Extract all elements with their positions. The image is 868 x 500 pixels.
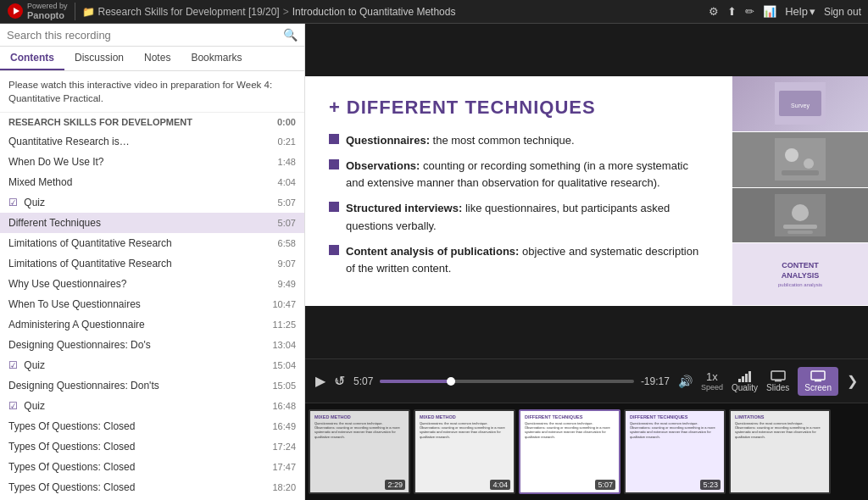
sidebar-item-discussion[interactable]: Discussion	[64, 47, 134, 70]
sidebar-item-bookmarks[interactable]: Bookmarks	[181, 47, 252, 70]
toc-item[interactable]: Mixed Method4:04	[0, 172, 304, 192]
bullet-1: Questionnaires: the most common techniqu…	[329, 132, 709, 149]
toc-item[interactable]: Different Techniques5:07	[0, 213, 304, 233]
toc-item[interactable]: ☑ Quiz15:04	[0, 355, 304, 375]
slide-title: + Different Techniques	[329, 97, 709, 119]
svg-rect-15	[811, 371, 825, 380]
slide-main: + Different Techniques Questionnaires: t…	[305, 76, 732, 306]
plus-icon: +	[329, 97, 340, 119]
intro-text: Please watch this interactive video in p…	[0, 71, 304, 113]
edit-icon[interactable]: ✏	[745, 5, 754, 18]
toc-item[interactable]: Administering A Questionnaire11:25	[0, 314, 304, 335]
toc-item[interactable]: Types Of Questions: Closed16:49	[0, 416, 304, 436]
slides-icon	[771, 370, 786, 382]
toc-item[interactable]: Limitations of Quantitative Research6:58	[0, 233, 304, 253]
slide-body: Questionnaires: the most common techniqu…	[329, 132, 709, 277]
img1-graphic: Survey	[775, 82, 826, 125]
toc-item[interactable]: Why Use Questionnaires?9:49	[0, 274, 304, 294]
sidebar-item-contents[interactable]: Contents	[0, 47, 64, 70]
powered-by-label: Powered by	[27, 3, 68, 11]
svg-rect-13	[771, 371, 785, 380]
toc-item[interactable]: Types Of Questions: Closed18:20	[0, 477, 304, 497]
thumbnail-strip: MIXED METHOD Questionnaires: the most co…	[305, 403, 868, 500]
toc-item[interactable]: When Do We Use It?1:48	[0, 152, 304, 172]
current-time-label: 5:07	[353, 375, 373, 387]
search-bar: 🔍	[0, 24, 304, 47]
share-icon[interactable]: ⬆	[727, 5, 737, 18]
bullet-square-1	[329, 134, 339, 144]
rewind-button[interactable]: ↺ 10	[334, 373, 345, 389]
slide-images: Survey	[732, 76, 868, 306]
thumbnail-item[interactable]: LIMITATIONS Questionnaires: the most com…	[729, 409, 831, 494]
bullet-4: Content analysis of publications: object…	[329, 243, 709, 277]
play-button[interactable]: ▶	[315, 373, 326, 389]
toc-item[interactable]: ☑ Quiz5:07	[0, 192, 304, 213]
thumbnail-item[interactable]: MIXED METHOD Questionnaires: the most co…	[414, 409, 515, 494]
bullet-square-3	[329, 202, 339, 212]
sign-out-link[interactable]: Sign out	[824, 6, 861, 18]
bullet-square-4	[329, 245, 339, 255]
sidebar-toc: Please watch this interactive video in p…	[0, 71, 304, 500]
search-input[interactable]	[7, 29, 283, 42]
screen-button[interactable]: Screen	[798, 367, 838, 396]
volume-icon[interactable]: 🔊	[678, 375, 693, 388]
progress-fill	[380, 380, 451, 383]
bullet-2: Observations: counting or recording some…	[329, 158, 709, 192]
breadcrumb-course[interactable]: Research Skills for Development [19/20]	[98, 6, 280, 18]
screen-icon	[810, 370, 826, 382]
svg-point-7	[804, 158, 814, 169]
quality-bars	[738, 370, 751, 382]
toc-item[interactable]: Limitations of Quantitative Research9:07	[0, 253, 304, 274]
slide-image-3	[732, 188, 868, 244]
settings-icon[interactable]: ⚙	[709, 5, 719, 18]
progress-track[interactable]	[380, 380, 634, 383]
toc-item[interactable]: Quantitative Research is…0:21	[0, 131, 304, 152]
main-layout: 🔍 Contents Discussion Notes Bookmarks Pl…	[0, 24, 868, 500]
slide-image-1: Survey	[732, 76, 868, 132]
slide-frame: + Different Techniques Questionnaires: t…	[305, 76, 868, 306]
toc-item[interactable]: When To Use Questionnaires10:47	[0, 294, 304, 314]
content-analysis-label: CONTENTANALYSIS	[782, 261, 820, 281]
video-controls: ▶ ↺ 10 5:07 -19:17 🔊 1x Speed	[305, 358, 868, 403]
bullet-3: Structured interviews: like questionnair…	[329, 200, 709, 234]
rewind-label: 10	[336, 378, 343, 386]
svg-rect-8	[782, 170, 819, 175]
topbar-logo: Powered by Panopto	[7, 3, 75, 21]
search-icon: 🔍	[283, 28, 298, 42]
toc-item[interactable]: Types Of Questions: Closed17:24	[0, 436, 304, 457]
slide-image-4: CONTENTANALYSIS publication analysis	[732, 243, 868, 306]
img2-graphic	[775, 138, 826, 181]
breadcrumb-sep: >	[283, 6, 289, 18]
bullet-square-2	[329, 159, 339, 169]
quality-button[interactable]: Quality	[732, 370, 758, 392]
svg-point-6	[785, 148, 798, 162]
brand-label: Panopto	[27, 10, 68, 20]
breadcrumb-title: Introduction to Quantitative Methods	[292, 6, 456, 18]
speed-button[interactable]: 1x Speed	[701, 370, 723, 392]
toc-item[interactable]: Types Of Questions: Closed17:47	[0, 457, 304, 477]
panopto-logo-icon	[7, 3, 24, 19]
topbar-actions: ⚙ ⬆ ✏ 📊 Help ▾ Sign out	[709, 5, 861, 18]
toc-item[interactable]: Designing Questionnaires: Do's13:04	[0, 335, 304, 355]
stats-icon[interactable]: 📊	[763, 5, 776, 18]
sidebar-nav: Contents Discussion Notes Bookmarks	[0, 47, 304, 71]
folder-icon: 📁	[82, 6, 95, 18]
thumbnail-item[interactable]: DIFFERENT TECHNIQUES Questionnaires: the…	[624, 409, 726, 494]
svg-rect-11	[783, 225, 817, 229]
img3-graphic	[775, 194, 826, 236]
toc-item[interactable]: ☑ Quiz16:48	[0, 396, 304, 416]
svg-rect-12	[787, 231, 813, 234]
thumbnail-item[interactable]: DIFFERENT TECHNIQUES Questionnaires: the…	[519, 409, 620, 494]
toc-item[interactable]: Designing Questionnaires: Don'ts15:05	[0, 375, 304, 396]
toc-item[interactable]: RESEARCH SKILLS FOR DEVELOPMENT0:00	[0, 113, 304, 131]
video-area: + Different Techniques Questionnaires: t…	[305, 24, 868, 358]
help-button[interactable]: Help ▾	[785, 5, 815, 18]
svg-text:Survey: Survey	[791, 103, 810, 109]
thumbnail-item[interactable]: MIXED METHOD Questionnaires: the most co…	[309, 409, 410, 494]
total-time-label: -19:17	[641, 375, 670, 387]
slides-button[interactable]: Slides	[766, 370, 789, 392]
more-options-button[interactable]: ❯	[847, 373, 858, 389]
svg-point-10	[792, 204, 809, 221]
progress-thumb	[447, 377, 455, 386]
sidebar-item-notes[interactable]: Notes	[134, 47, 181, 70]
